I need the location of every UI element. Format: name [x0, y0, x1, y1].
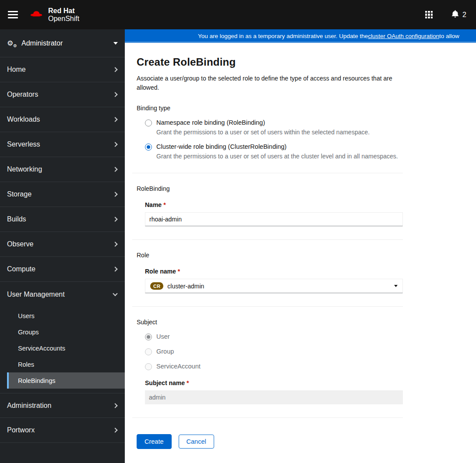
hamburger-icon[interactable] — [0, 0, 25, 29]
nav-label: Storage — [7, 190, 32, 198]
page-layout: ⚙ ⚙ Administrator Home Operators Workloa… — [0, 29, 476, 463]
create-button[interactable]: Create — [137, 434, 172, 449]
sidebar-item-roles[interactable]: Roles — [7, 356, 125, 372]
sidebar-item-portworx[interactable]: Portworx — [0, 418, 125, 443]
nav-label: Users — [18, 312, 35, 319]
nav-label: Compute — [7, 265, 35, 273]
sidebar-nav: ⚙ ⚙ Administrator Home Operators Workloa… — [0, 29, 125, 463]
nav-label: Administration — [7, 402, 51, 410]
subject-name-field-label: Subject name* — [145, 379, 476, 386]
notification-count: 2 — [462, 11, 466, 19]
nav-label: RoleBindings — [18, 377, 55, 384]
page-description: Associate a user/group to the selected r… — [137, 74, 396, 92]
main-area: You are logged in as a temporary adminis… — [125, 29, 476, 463]
label-text: Role name — [145, 268, 176, 275]
sidebar-item-serviceaccounts[interactable]: ServiceAccounts — [7, 340, 125, 356]
nav-label: ServiceAccounts — [18, 345, 65, 352]
sidebar-item-operators[interactable]: Operators — [0, 82, 125, 107]
nav-label: User Management — [7, 291, 65, 298]
nav-label: Home — [7, 66, 26, 74]
radio-cluster-wide-role-binding[interactable] — [145, 144, 152, 151]
chevron-right-icon — [113, 217, 117, 221]
radio-subject-group — [145, 348, 152, 355]
chevron-right-icon — [113, 142, 117, 147]
sidebar-item-networking[interactable]: Networking — [0, 157, 125, 182]
sidebar-item-serverless[interactable]: Serverless — [0, 132, 125, 157]
sidebar-item-groups[interactable]: Groups — [7, 324, 125, 340]
subject-option-serviceaccount: ServiceAccount — [145, 363, 476, 370]
section-divider — [132, 417, 403, 418]
radio-namespace-role-binding[interactable] — [145, 119, 152, 126]
sidebar-item-home[interactable]: Home — [0, 57, 125, 82]
sidebar-item-storage[interactable]: Storage — [0, 182, 125, 207]
nav-label: Workloads — [7, 116, 40, 123]
section-divider — [132, 239, 403, 240]
chevron-right-icon — [113, 192, 117, 196]
radio-label: ServiceAccount — [156, 363, 201, 370]
role-name-value: cluster-admin — [167, 283, 204, 290]
nav-label: Networking — [7, 165, 42, 173]
cogs-icon: ⚙ ⚙ — [7, 40, 17, 47]
cluster-role-badge: CR — [150, 282, 163, 290]
chevron-right-icon — [113, 92, 117, 97]
notification-drawer-toggle[interactable]: 2 — [451, 10, 466, 20]
required-asterisk: * — [163, 201, 166, 208]
sidebar-item-user-management[interactable]: User Management — [0, 282, 125, 307]
nav-label: Operators — [7, 91, 38, 98]
brand-text: Red Hat OpenShift — [48, 7, 79, 23]
section-divider — [132, 173, 403, 173]
notification-bell-icon — [451, 10, 459, 20]
cancel-button[interactable]: Cancel — [179, 435, 214, 449]
radio-help-text: Grant the permissions to a user or set o… — [156, 129, 476, 136]
nav-label: Roles — [18, 361, 34, 368]
openshift-console: Red Hat OpenShift 2 — [0, 0, 476, 463]
cluster-oauth-configuration-link[interactable]: cluster OAuth configuration — [368, 33, 439, 39]
role-name-dropdown[interactable]: CR cluster-admin — [145, 279, 403, 293]
radio-label: Group — [156, 348, 174, 355]
create-rolebinding-form: Create RoleBinding Associate a user/grou… — [125, 43, 476, 449]
required-asterisk: * — [178, 268, 180, 275]
rolebinding-section-label: RoleBinding — [137, 185, 476, 192]
binding-type-label: Binding type — [137, 105, 476, 112]
temp-admin-banner: You are logged in as a temporary adminis… — [125, 29, 476, 43]
chevron-down-icon — [113, 291, 117, 296]
binding-type-option-cluster-wide: Cluster-wide role binding (ClusterRoleBi… — [145, 143, 476, 151]
radio-label: User — [156, 333, 170, 340]
sidebar-item-compute[interactable]: Compute — [0, 257, 125, 282]
redhat-logo[interactable]: Red Hat OpenShift — [29, 7, 79, 23]
radio-label: Namespace role binding (RoleBinding) — [156, 119, 265, 126]
gear-big: ⚙ — [7, 39, 13, 47]
nav-label: Builds — [7, 215, 26, 223]
masthead-toolbar: 2 — [425, 10, 466, 20]
radio-label: Cluster-wide role binding (ClusterRoleBi… — [156, 143, 286, 150]
chevron-right-icon — [113, 167, 117, 172]
chevron-right-icon — [113, 267, 117, 271]
app-launcher-icon[interactable] — [425, 11, 433, 19]
chevron-right-icon — [113, 428, 117, 432]
sidebar-item-workloads[interactable]: Workloads — [0, 107, 125, 132]
masthead: Red Hat OpenShift 2 — [0, 0, 476, 29]
label-text: Subject name — [145, 379, 185, 386]
chevron-right-icon — [113, 67, 117, 72]
form-actions: Create Cancel — [137, 434, 476, 449]
role-section-label: Role — [137, 252, 476, 259]
section-divider — [132, 306, 403, 307]
sidebar-item-users[interactable]: Users — [7, 308, 125, 324]
nav-label: Groups — [18, 329, 39, 336]
role-name-field-label: Role name* — [145, 268, 476, 275]
sidebar-item-observe[interactable]: Observe — [0, 232, 125, 257]
sidebar-item-builds[interactable]: Builds — [0, 207, 125, 232]
required-asterisk: * — [187, 379, 189, 386]
name-field-label: Name* — [145, 201, 476, 208]
sidebar-item-administration[interactable]: Administration — [0, 393, 125, 418]
chevron-right-icon — [113, 403, 117, 408]
subject-section-label: Subject — [137, 319, 476, 326]
select-caret-icon — [394, 285, 398, 287]
perspective-switcher[interactable]: ⚙ ⚙ Administrator — [0, 29, 125, 57]
rolebinding-name-input[interactable] — [145, 212, 403, 226]
user-management-sublist: Users Groups ServiceAccounts Roles RoleB… — [0, 307, 125, 393]
banner-text-before: You are logged in as a temporary adminis… — [198, 33, 368, 39]
sidebar-item-rolebindings[interactable]: RoleBindings — [7, 372, 125, 389]
gear-small: ⚙ — [13, 44, 17, 48]
brand-line2: OpenShift — [48, 15, 79, 23]
